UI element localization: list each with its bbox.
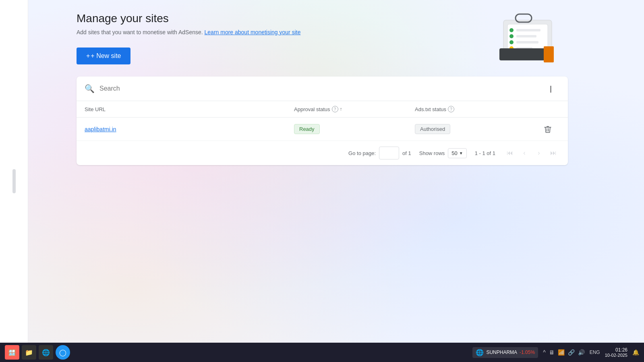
taskbar-app-2[interactable]: 📁	[22, 345, 36, 360]
taskbar-system-icons: ^ 🖥 📶 🔗 🔊	[543, 349, 585, 356]
delete-row-button[interactable]	[543, 124, 553, 134]
site-url-cell: aaplibatmi.in	[85, 126, 294, 133]
page-number-input[interactable]	[379, 147, 399, 159]
stock-change: -1.05%	[520, 350, 535, 355]
first-page-button[interactable]: ⏮	[503, 147, 516, 159]
taskbar-arrow-icon[interactable]: ^	[543, 349, 546, 356]
taskbar-app-circle[interactable]: ◯	[56, 345, 70, 360]
svg-point-6	[509, 40, 514, 44]
taskbar-language: ENG	[590, 350, 600, 355]
search-icon: 🔍	[85, 84, 95, 93]
go-to-page-label: Go to page:	[348, 150, 376, 156]
approval-status-badge: Ready	[294, 124, 320, 134]
stock-ticker: 🌐 SUNPHARMA -1.05%	[472, 347, 538, 358]
taskbar-clock: 01:26 10-02-2025	[605, 347, 627, 358]
show-rows: Show rows 50 ▼	[419, 148, 467, 158]
stock-name: SUNPHARMA	[486, 350, 517, 355]
approval-status-help-icon[interactable]: ?	[332, 106, 338, 112]
taskbar-right: 🌐 SUNPHARMA -1.05% ^ 🖥 📶 🔗 🔊 ENG 01:26 1…	[472, 347, 639, 358]
next-page-button[interactable]: ›	[532, 147, 545, 159]
prev-page-button[interactable]: ‹	[518, 147, 531, 159]
approval-status-sort-icon[interactable]: ↑	[340, 106, 342, 112]
taskbar-notification-icon[interactable]: 🔔	[632, 349, 639, 356]
taskbar-app-1[interactable]: 🪟	[5, 345, 19, 360]
col-header-approval-status: Approval status ? ↑	[294, 106, 415, 112]
cursor-indicator: |	[550, 85, 552, 93]
taskbar-monitor-icon[interactable]: 🖥	[549, 349, 555, 356]
sites-table-container: 🔍 | Site URL Approval status ? ↑ Ads.txt…	[77, 77, 568, 165]
ads-txt-status-badge: Authorised	[415, 124, 450, 134]
taskbar-time: 01:26	[605, 347, 627, 353]
last-page-button[interactable]: ⏭	[547, 147, 560, 159]
new-site-button[interactable]: + + New site	[77, 48, 130, 64]
svg-point-2	[509, 28, 514, 32]
page-illustration	[479, 8, 568, 72]
taskbar-left: 🪟 📁 🌐 ◯	[5, 345, 70, 360]
svg-rect-7	[516, 41, 538, 43]
table-row: aaplibatmi.in Ready Authorised	[77, 118, 568, 141]
plus-icon: +	[86, 52, 90, 60]
search-bar: 🔍 |	[77, 77, 568, 101]
svg-point-4	[509, 34, 514, 38]
col-header-actions	[536, 106, 560, 112]
taskbar-volume-icon[interactable]: 🔊	[578, 349, 585, 356]
taskbar-network-icon[interactable]: 🔗	[568, 349, 575, 356]
rows-per-page-select[interactable]: 50 ▼	[448, 148, 466, 158]
show-rows-label: Show rows	[419, 150, 445, 156]
left-sidebar	[0, 0, 28, 343]
svg-rect-5	[516, 35, 536, 37]
table-header: Site URL Approval status ? ↑ Ads.txt sta…	[77, 101, 568, 118]
ads-txt-status-cell: Authorised	[415, 124, 536, 134]
taskbar-date: 10-02-2025	[605, 353, 627, 358]
pagination: Go to page: of 1 Show rows 50 ▼ 1 - 1 of…	[77, 141, 568, 165]
page-info: 1 - 1 of 1	[475, 150, 495, 156]
taskbar-wifi-icon[interactable]: 📶	[558, 349, 565, 356]
search-input[interactable]	[99, 85, 545, 92]
taskbar-app-chrome[interactable]: 🌐	[39, 345, 53, 360]
svg-rect-3	[516, 29, 540, 31]
learn-more-link[interactable]: Learn more about monetising your site	[205, 29, 301, 35]
site-url-link[interactable]: aaplibatmi.in	[85, 126, 116, 132]
col-header-site-url: Site URL	[85, 106, 294, 112]
ads-txt-help-icon[interactable]: ?	[448, 106, 454, 112]
dropdown-chevron-icon: ▼	[459, 151, 463, 155]
pagination-nav: ⏮ ‹ › ⏭	[503, 147, 560, 159]
taskbar: 🪟 📁 🌐 ◯ 🌐 SUNPHARMA -1.05% ^ 🖥 📶 🔗 🔊 ENG…	[0, 343, 644, 362]
col-header-ads-txt-status: Ads.txt status ?	[415, 106, 536, 112]
go-to-page: Go to page: of 1	[348, 147, 411, 159]
of-pages-label: of 1	[402, 150, 411, 156]
approval-status-cell: Ready	[294, 124, 415, 134]
new-site-label: + New site	[91, 52, 121, 60]
sidebar-scrollbar[interactable]	[12, 169, 16, 193]
svg-rect-12	[544, 46, 554, 62]
